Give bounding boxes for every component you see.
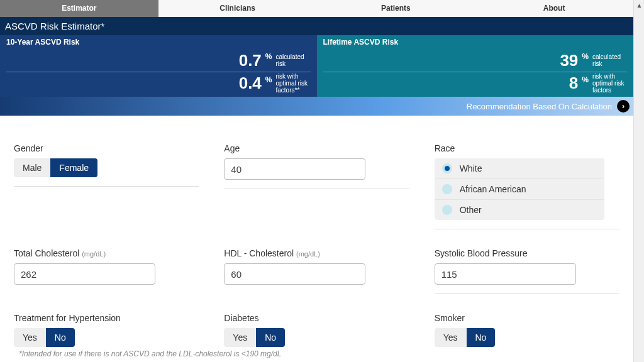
- htn-segmented: Yes No: [14, 328, 199, 347]
- tab-clinicians[interactable]: Clinicians: [158, 0, 317, 17]
- race-aa-label: African American: [460, 184, 526, 194]
- gender-label: Gender: [14, 143, 199, 153]
- chevron-right-icon: ›: [617, 100, 630, 112]
- ten-year-calc-label: calculated risk: [276, 53, 311, 67]
- htn-label: Treatment for Hypertension: [14, 313, 199, 323]
- page-title: ASCVD Risk Estimator*: [0, 17, 633, 35]
- race-other-option[interactable]: Other: [435, 200, 604, 220]
- footnote-text: *Intended for use if there is not ASCVD …: [19, 349, 281, 358]
- lifetime-calc-label: calculated risk: [592, 53, 627, 67]
- diabetes-yes-button[interactable]: Yes: [224, 328, 256, 347]
- age-input[interactable]: [224, 158, 365, 180]
- lifetime-heading: Lifetime ASCVD Risk: [323, 38, 628, 47]
- tab-estimator[interactable]: Estimator: [0, 0, 158, 17]
- race-white-label: White: [460, 163, 482, 173]
- race-other-label: Other: [460, 205, 482, 215]
- diabetes-no-button[interactable]: No: [256, 328, 285, 347]
- sbp-input[interactable]: [435, 263, 576, 285]
- race-aa-option[interactable]: African American: [435, 179, 604, 200]
- lifetime-opt-label: risk with optimal risk factors: [592, 73, 627, 94]
- vertical-scrollbar[interactable]: ▲: [633, 0, 644, 362]
- radio-icon: [442, 205, 452, 215]
- percent-sign: %: [265, 75, 272, 84]
- recommendation-bar[interactable]: Recommendation Based On Calculation ›: [0, 97, 633, 116]
- htn-no-button[interactable]: No: [46, 328, 75, 347]
- gender-female-button[interactable]: Female: [50, 158, 97, 177]
- radio-icon: [442, 184, 452, 194]
- percent-sign: %: [265, 52, 272, 61]
- race-radio-list: White African American Other: [435, 158, 604, 220]
- ten-year-opt-value: 0.4: [239, 74, 262, 93]
- total-cholesterol-label: Total Cholesterol (mg/dL): [14, 248, 199, 258]
- race-label: Race: [435, 143, 619, 153]
- smoker-yes-button[interactable]: Yes: [435, 328, 467, 347]
- hdl-input[interactable]: [224, 263, 365, 285]
- recommendation-text: Recommendation Based On Calculation: [467, 102, 612, 111]
- tab-patients[interactable]: Patients: [317, 0, 475, 17]
- diabetes-label: Diabetes: [224, 313, 409, 323]
- risk-panels: 10-Year ASCVD Risk 0.7 % calculated risk…: [0, 35, 633, 97]
- ten-year-risk-panel: 10-Year ASCVD Risk 0.7 % calculated risk…: [0, 35, 317, 97]
- tab-about[interactable]: About: [475, 0, 633, 17]
- ten-year-heading: 10-Year ASCVD Risk: [6, 38, 311, 47]
- ten-year-calc-value: 0.7: [239, 51, 262, 70]
- race-white-option[interactable]: White: [435, 158, 604, 179]
- radio-icon: [442, 163, 452, 173]
- diabetes-segmented: Yes No: [224, 328, 409, 347]
- gender-male-button[interactable]: Male: [14, 158, 50, 177]
- scroll-up-icon[interactable]: ▲: [634, 0, 644, 11]
- htn-yes-button[interactable]: Yes: [14, 328, 46, 347]
- percent-sign: %: [582, 75, 589, 84]
- form-area: Gender Male Female Age Race White Africa…: [0, 116, 633, 353]
- lifetime-risk-panel: Lifetime ASCVD Risk 39 % calculated risk…: [317, 35, 634, 97]
- gender-segmented: Male Female: [14, 158, 199, 177]
- smoker-label: Smoker: [435, 313, 619, 323]
- age-label: Age: [224, 143, 409, 153]
- total-cholesterol-input[interactable]: [14, 263, 155, 285]
- lifetime-opt-value: 8: [569, 74, 578, 93]
- percent-sign: %: [582, 52, 589, 61]
- smoker-no-button[interactable]: No: [467, 328, 496, 347]
- ten-year-opt-label: risk with optimal risk factors**: [276, 73, 311, 94]
- lifetime-calc-value: 39: [560, 51, 578, 70]
- smoker-segmented: Yes No: [435, 328, 619, 347]
- top-nav-tabs: Estimator Clinicians Patients About: [0, 0, 633, 17]
- hdl-label: HDL - Cholesterol (mg/dL): [224, 248, 409, 258]
- sbp-label: Systolic Blood Pressure: [435, 248, 619, 258]
